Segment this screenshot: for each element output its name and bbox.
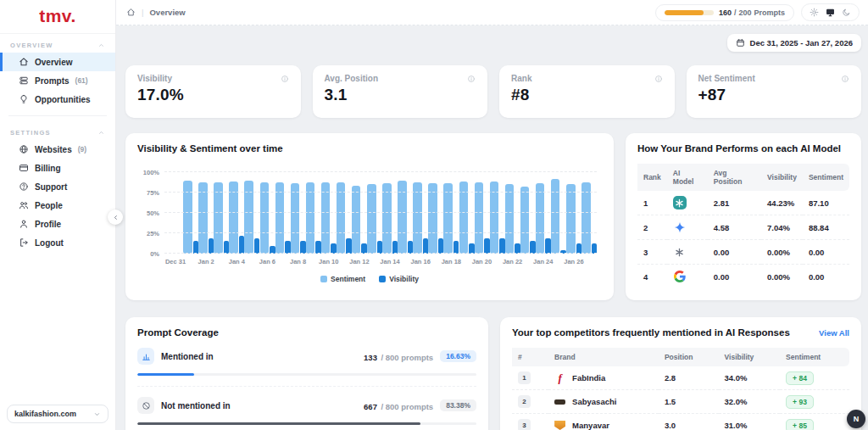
sentiment-bar[interactable] <box>198 182 207 254</box>
visibility-bar[interactable] <box>423 238 429 254</box>
visibility-bar[interactable] <box>545 238 551 254</box>
sidebar-item[interactable]: People <box>0 196 115 215</box>
sidebar-item[interactable]: Logout <box>0 233 115 252</box>
visibility-bar[interactable] <box>346 238 352 254</box>
column-header: Avg Position <box>708 164 761 191</box>
legend-item[interactable]: Sentiment <box>320 275 365 283</box>
sentiment-bar[interactable] <box>428 183 437 254</box>
sentiment-bar[interactable] <box>566 184 575 254</box>
date-range-button[interactable]: Dec 31, 2025 - Jan 27, 2026 <box>727 34 861 52</box>
x-axis-label: Jan 22 <box>503 258 522 265</box>
info-icon[interactable] <box>281 75 289 83</box>
visibility-cell: 32.0% <box>719 390 781 414</box>
sidebar-item-icon <box>19 237 29 248</box>
sidebar-item-label: Opportunities <box>35 95 91 104</box>
sidebar-item-count: (61) <box>75 76 88 85</box>
info-icon[interactable] <box>467 75 476 83</box>
visibility-bar[interactable] <box>209 238 214 254</box>
sidebar-item[interactable]: Billing <box>0 159 115 177</box>
sentiment-bar[interactable] <box>275 182 284 254</box>
sentiment-bar[interactable] <box>505 184 514 254</box>
gridline <box>164 212 597 213</box>
sidebar-item[interactable]: Prompts (61) <box>0 71 115 90</box>
legend-item[interactable]: Visibility <box>379 275 419 283</box>
sentiment-bar[interactable] <box>551 179 559 254</box>
visibility-bar[interactable] <box>530 241 536 254</box>
view-all-link[interactable]: View All <box>819 328 849 338</box>
sentiment-bar[interactable] <box>413 182 421 254</box>
section-header-settings[interactable]: SETTINGS <box>0 125 115 140</box>
sentiment-bar[interactable] <box>260 182 269 254</box>
visibility-bar[interactable] <box>193 241 199 254</box>
avg-position-cell: 0.00 <box>708 240 761 265</box>
brand-logo-icon <box>554 421 565 430</box>
stat-card: Visibility 17.0% <box>125 65 301 118</box>
workspace-selector[interactable]: kalkifashion.com <box>7 405 108 423</box>
sidebar-collapse-button[interactable] <box>108 209 123 225</box>
sentiment-bar[interactable] <box>367 184 376 254</box>
sentiment-bar[interactable] <box>337 182 345 254</box>
info-icon[interactable] <box>841 75 849 83</box>
notification-fab-button[interactable]: N <box>847 410 865 428</box>
sidebar-section-overview: OVERVIEW Overview Prompts (61) <box>0 34 115 110</box>
bar-group <box>306 172 321 254</box>
sentiment-bar[interactable] <box>475 182 483 254</box>
visibility-bar[interactable] <box>392 241 398 254</box>
visibility-bar[interactable] <box>453 241 459 254</box>
coverage-row: Not mentioned in 667 / 800 prompts 83.38… <box>137 387 476 430</box>
bar-group <box>321 172 337 254</box>
sentiment-bar[interactable] <box>520 187 529 254</box>
dark-theme-button[interactable] <box>842 8 851 17</box>
prompts-usage-pill: 160 / 200 Prompts <box>655 4 794 21</box>
chart-plot: 0%25%50%75%100% <box>164 172 597 254</box>
visibility-bar[interactable] <box>377 241 383 254</box>
brand-name: Manyavar <box>572 421 609 430</box>
visibility-bar[interactable] <box>484 238 490 254</box>
sidebar-item-label: Profile <box>35 220 61 229</box>
sentiment-bar[interactable] <box>321 182 330 254</box>
sidebar-item[interactable]: Overview <box>0 53 115 71</box>
sidebar-item[interactable]: Support <box>0 177 115 196</box>
visibility-bar[interactable] <box>438 238 444 254</box>
sentiment-badge: + 85 <box>786 419 814 430</box>
visibility-bar[interactable] <box>239 236 245 254</box>
sentiment-bar[interactable] <box>306 182 314 254</box>
rank-cell: 3 <box>637 240 667 265</box>
competitors-card: Your top competitors frequently mentione… <box>500 317 861 430</box>
sentiment-bar[interactable] <box>352 186 360 254</box>
bar-group <box>505 172 520 254</box>
sentiment-bar[interactable] <box>443 183 452 254</box>
sentiment-bar[interactable] <box>382 183 391 254</box>
visibility-bar[interactable] <box>408 241 414 254</box>
column-header: Sentiment <box>803 164 849 191</box>
sentiment-bar[interactable] <box>536 183 544 254</box>
home-icon[interactable] <box>126 8 136 17</box>
coverage-total: / 800 prompts <box>381 402 433 411</box>
sidebar-item[interactable]: Websites (9) <box>0 140 115 159</box>
sentiment-bar[interactable] <box>581 182 590 254</box>
visibility-bar[interactable] <box>499 238 505 254</box>
info-icon[interactable] <box>654 75 663 83</box>
system-theme-button[interactable] <box>826 8 835 17</box>
sidebar-item[interactable]: Profile <box>0 215 115 233</box>
usage-used: 160 <box>719 8 732 17</box>
sidebar-item-icon <box>19 75 29 86</box>
visibility-bar[interactable] <box>254 238 260 254</box>
section-header-overview[interactable]: OVERVIEW <box>0 37 115 53</box>
visibility-bar[interactable] <box>315 241 321 254</box>
light-theme-button[interactable] <box>810 8 819 17</box>
coverage-label: Mentioned in <box>161 352 214 361</box>
visibility-cell: 34.0% <box>719 366 781 390</box>
visibility-bar[interactable] <box>285 241 291 254</box>
sidebar-item[interactable]: Opportunities <box>0 90 115 109</box>
visibility-bar[interactable] <box>300 241 306 254</box>
topbar: | Overview 160 / 200 Prompts <box>116 0 868 25</box>
rank-cell: 2 <box>637 215 667 240</box>
content: Dec 31, 2025 - Jan 27, 2026 Visibility 1… <box>116 25 868 430</box>
brand-name: FabIndia <box>572 373 605 383</box>
x-axis-label: Jan 14 <box>380 258 399 265</box>
sentiment-bar[interactable] <box>214 182 222 254</box>
column-header: # <box>512 348 548 366</box>
visibility-bar[interactable] <box>224 241 230 254</box>
sentiment-bar[interactable] <box>291 183 299 254</box>
